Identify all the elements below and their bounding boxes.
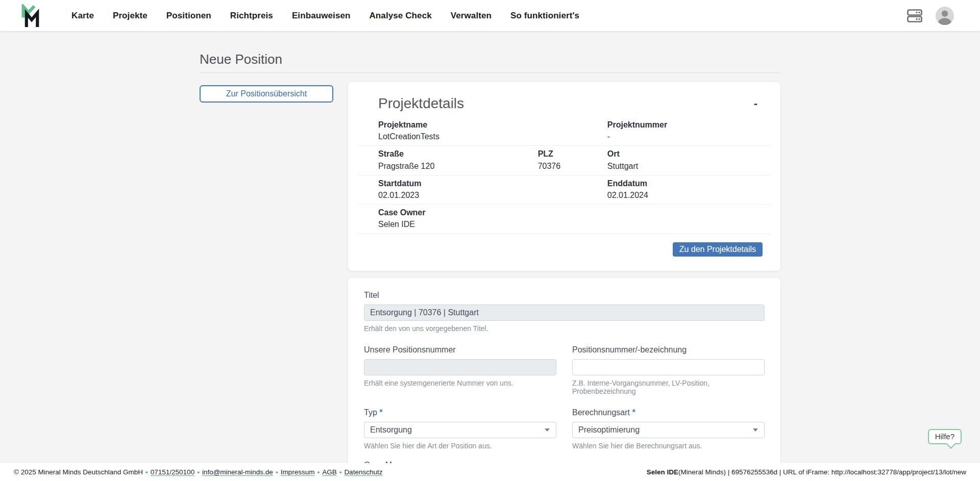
- back-to-positions-button[interactable]: Zur Positionsübersicht: [200, 85, 333, 103]
- field-ort: Ort Stuttgart: [607, 149, 760, 170]
- title-divider: [200, 72, 780, 73]
- footer-separator: •: [339, 468, 342, 476]
- positionsnummer-block: Positionsnummer/-bezeichnung Z.B. Intern…: [572, 345, 765, 395]
- project-details-card: Projektdetails - Projektname LotCreation…: [348, 82, 780, 271]
- positionsnummer-label: Positionsnummer/-bezeichnung: [572, 345, 765, 355]
- footer-link-email[interactable]: info@mineral-minds.de: [202, 468, 273, 476]
- field-label: Projektnummer: [607, 120, 760, 130]
- footer-separator: •: [197, 468, 200, 476]
- field-label: Ort: [607, 149, 760, 159]
- positionsnummer-helper-text: Z.B. Interne-Vorgangsnummer, LV-Position…: [572, 379, 765, 395]
- table-row: Case Owner Selen IDE: [358, 205, 770, 234]
- berechnungsart-helper-text: Wählen Sie hier die Berechnungsart aus.: [572, 442, 765, 450]
- field-value: Selen IDE: [378, 219, 538, 229]
- nav-item-so-funktionierts[interactable]: So funktioniert's: [510, 11, 579, 21]
- nav-item-analyse-check[interactable]: Analyse Check: [369, 11, 431, 21]
- footer-user-info: Selen IDE (Mineral Minds) | 69576255536d…: [647, 468, 966, 476]
- field-enddatum: Enddatum 02.01.2024: [607, 179, 760, 200]
- page-content: Neue Position Zur Positionsübersicht Pro…: [200, 31, 780, 481]
- field-plz: PLZ 70376: [538, 149, 607, 170]
- nav-item-positionen[interactable]: Positionen: [166, 11, 211, 21]
- project-details-title: Projektdetails: [378, 95, 761, 112]
- unsere-positionsnummer-input: [364, 359, 556, 375]
- typ-label-text: Typ: [364, 408, 377, 417]
- titel-block: Titel Erhält den von uns vorgegebenen Ti…: [364, 290, 765, 333]
- titel-label: Titel: [364, 290, 765, 300]
- footer-user-details: (Mineral Minds) | 69576255536d | URL of …: [678, 468, 966, 476]
- nav-item-verwalten[interactable]: Verwalten: [451, 11, 492, 21]
- chevron-down-icon: [545, 428, 550, 432]
- copyright-text: © 2025 Mineral Minds Deutschland GmbH: [14, 468, 143, 476]
- footer-separator: •: [276, 468, 278, 476]
- typ-helper-text: Wählen Sie hier die Art der Position aus…: [364, 442, 556, 450]
- field-value: Stuttgart: [607, 161, 760, 171]
- footer-user-name: Selen IDE: [647, 468, 678, 476]
- server-icon[interactable]: [906, 9, 923, 23]
- field-label: Straße: [378, 149, 538, 159]
- field-label: Projektname: [378, 120, 538, 130]
- top-navbar: Karte Projekte Positionen Richtpreis Ein…: [0, 0, 980, 31]
- berechnungsart-select[interactable]: Preisoptimierung: [572, 422, 765, 438]
- user-avatar[interactable]: [935, 6, 954, 26]
- positionsnummer-input[interactable]: [572, 359, 765, 375]
- field-value: 70376: [538, 161, 607, 171]
- typ-select[interactable]: Entsorgung: [364, 422, 556, 438]
- field-projektname: Projektname LotCreationTests: [378, 120, 538, 141]
- unsere-positionsnummer-helper-text: Erhält eine systemgenerierte Nummer von …: [364, 379, 556, 387]
- field-case-owner: Case Owner Selen IDE: [378, 208, 538, 229]
- field-value: -: [607, 132, 760, 141]
- logo-icon: [20, 4, 41, 27]
- footer-link-agb[interactable]: AGB: [322, 468, 337, 476]
- field-label: Startdatum: [378, 179, 538, 188]
- main-navigation: Karte Projekte Positionen Richtpreis Ein…: [71, 11, 579, 21]
- table-row: Straße Pragstraße 120 PLZ 70376 Ort Stut…: [358, 146, 770, 175]
- field-strasse: Straße Pragstraße 120: [378, 149, 538, 170]
- berechnungsart-block: Berechnungsart * Preisoptimierung Wählen…: [572, 408, 765, 450]
- field-startdatum: Startdatum 02.01.2023: [378, 179, 538, 200]
- chevron-down-icon: [753, 428, 758, 432]
- footer-link-datenschutz[interactable]: Datenschutz: [344, 468, 382, 476]
- typ-label: Typ *: [364, 408, 556, 417]
- field-value: 02.01.2024: [607, 190, 760, 200]
- berechnungsart-selected-value: Preisoptimierung: [578, 425, 640, 435]
- typ-block: Typ * Entsorgung Wählen Sie hier die Art…: [364, 408, 556, 450]
- page-footer: © 2025 Mineral Minds Deutschland GmbH • …: [0, 463, 980, 481]
- navbar-right: [906, 6, 954, 26]
- collapse-minus-icon[interactable]: -: [751, 97, 761, 110]
- table-row: Projektname LotCreationTests Projektnumm…: [358, 117, 770, 146]
- mineral-minds-logo[interactable]: [20, 4, 41, 27]
- nav-item-projekte[interactable]: Projekte: [113, 11, 148, 21]
- footer-link-phone[interactable]: 07151/250100: [151, 468, 194, 476]
- footer-separator: •: [317, 468, 320, 476]
- footer-link-impressum[interactable]: Impressum: [281, 468, 315, 476]
- left-column: Zur Positionsübersicht: [200, 82, 333, 103]
- berechnungsart-label-text: Berechnungsart: [572, 408, 630, 417]
- new-position-form-card: Titel Erhält den von uns vorgegebenen Ti…: [348, 278, 780, 481]
- field-label: Case Owner: [378, 208, 538, 217]
- field-value: 02.01.2023: [378, 190, 538, 200]
- field-value: Pragstraße 120: [378, 161, 538, 171]
- right-column: Projektdetails - Projektname LotCreation…: [348, 82, 780, 481]
- go-to-project-details-button[interactable]: Zu den Projektdetails: [673, 242, 763, 257]
- nav-item-einbauweisen[interactable]: Einbauweisen: [292, 11, 351, 21]
- table-row: Startdatum 02.01.2023 Enddatum 02.01.202…: [358, 175, 770, 205]
- typ-selected-value: Entsorgung: [370, 425, 412, 435]
- nav-item-richtpreis[interactable]: Richtpreis: [230, 11, 273, 21]
- titel-helper-text: Erhält den von uns vorgegebenen Titel.: [364, 324, 765, 333]
- berechnungsart-label: Berechnungsart *: [572, 408, 765, 417]
- footer-separator: •: [145, 468, 148, 476]
- footer-left: © 2025 Mineral Minds Deutschland GmbH • …: [14, 468, 382, 476]
- field-label: PLZ: [538, 149, 607, 159]
- required-asterisk: *: [632, 408, 635, 417]
- field-value: LotCreationTests: [378, 132, 538, 141]
- project-details-table: Projektname LotCreationTests Projektnumm…: [358, 117, 770, 234]
- help-button[interactable]: Hilfe?: [928, 429, 962, 444]
- nav-item-karte[interactable]: Karte: [71, 11, 94, 21]
- titel-input: [364, 305, 765, 321]
- required-asterisk: *: [379, 408, 382, 417]
- unsere-positionsnummer-block: Unsere Positionsnummer Erhält eine syste…: [364, 345, 556, 395]
- unsere-positionsnummer-label: Unsere Positionsnummer: [364, 345, 556, 355]
- page-title: Neue Position: [200, 52, 780, 67]
- field-projektnummer: Projektnummer -: [607, 120, 760, 141]
- field-label: Enddatum: [607, 179, 760, 188]
